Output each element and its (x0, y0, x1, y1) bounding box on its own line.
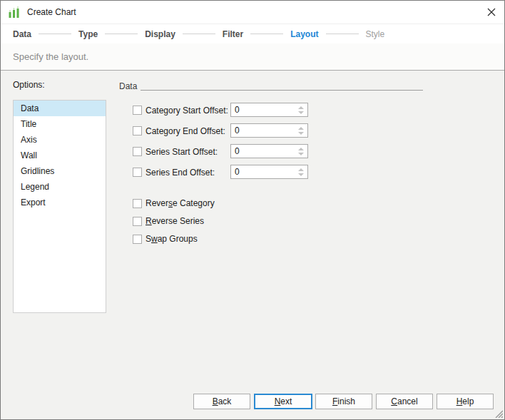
close-button[interactable] (484, 5, 499, 19)
step-layout[interactable]: Layout (290, 29, 318, 39)
reverse-category-checkbox[interactable] (133, 199, 142, 208)
option-item-legend[interactable]: Legend (14, 179, 106, 195)
category-start-offset-label[interactable]: Category Start Offset: (146, 106, 228, 116)
step-data[interactable]: Data (13, 29, 31, 39)
series-start-offset-row: Series Start Offset: (133, 144, 308, 158)
category-start-offset-spinner (230, 103, 308, 117)
series-end-offset-row: Series End Offset: (133, 165, 308, 179)
spin-down-icon[interactable] (298, 132, 304, 135)
reverse-series-label[interactable]: Reverse Series (146, 216, 204, 226)
group-title: Data (119, 81, 137, 91)
series-start-offset-checkbox[interactable] (133, 147, 142, 156)
help-button[interactable]: Help (437, 394, 494, 409)
series-end-offset-spinner (230, 165, 308, 179)
finish-button[interactable]: Finish (315, 394, 372, 409)
cancel-button[interactable]: Cancel (376, 394, 433, 409)
option-item-data[interactable]: Data (14, 101, 106, 116)
spinner-buttons (296, 145, 306, 157)
step-connector (326, 34, 359, 34)
spin-down-icon[interactable] (298, 153, 304, 155)
series-start-offset-spinner (230, 144, 308, 158)
option-item-gridlines[interactable]: Gridlines (14, 163, 106, 179)
reverse-series-checkbox[interactable] (133, 217, 142, 226)
category-end-offset-spinner (230, 123, 308, 138)
spin-down-icon[interactable] (298, 173, 304, 176)
title-bar: Create Chart (1, 1, 504, 24)
step-type[interactable]: Type (78, 29, 98, 39)
wizard-stepper: Data Type Display Filter Layout Style (13, 24, 384, 43)
option-item-wall[interactable]: Wall (14, 148, 106, 163)
spinner-buttons (296, 125, 306, 136)
spinner-buttons (296, 166, 306, 178)
series-end-offset-label[interactable]: Series End Offset: (146, 168, 215, 178)
series-start-offset-input[interactable] (231, 145, 295, 158)
category-end-offset-row: Category End Offset: (133, 123, 308, 138)
options-list: Data Title Axis Wall Gridlines Legend Ex… (13, 100, 106, 313)
spin-up-icon[interactable] (298, 148, 304, 150)
subtitle-band: Specify the layout. (1, 43, 504, 71)
category-start-offset-checkbox[interactable] (133, 106, 142, 115)
swap-groups-label[interactable]: Swap Groups (146, 234, 198, 244)
series-start-offset-label[interactable]: Series Start Offset: (146, 147, 218, 157)
spinner-buttons (296, 104, 306, 116)
step-filter[interactable]: Filter (223, 29, 243, 39)
options-label: Options: (13, 80, 45, 90)
wizard-subtitle: Specify the layout. (13, 51, 88, 62)
spin-up-icon[interactable] (298, 168, 304, 171)
option-item-title[interactable]: Title (14, 116, 106, 132)
series-end-offset-input[interactable] (231, 165, 295, 178)
category-end-offset-input[interactable] (231, 124, 295, 137)
option-item-export[interactable]: Export (14, 195, 106, 210)
category-start-offset-row: Category Start Offset: (133, 103, 308, 117)
option-item-axis[interactable]: Axis (14, 132, 106, 148)
create-chart-dialog: Create Chart Data Type Display Filter La… (0, 0, 505, 420)
series-end-offset-checkbox[interactable] (133, 168, 142, 177)
swap-groups-checkbox[interactable] (133, 235, 142, 244)
next-button[interactable]: Next (254, 394, 312, 409)
back-button[interactable]: Back (193, 394, 250, 409)
reverse-series-row: Reverse Series (133, 216, 204, 226)
category-start-offset-input[interactable] (231, 103, 295, 116)
category-end-offset-label[interactable]: Category End Offset: (146, 126, 225, 136)
spin-up-icon[interactable] (298, 127, 304, 130)
spin-up-icon[interactable] (298, 106, 304, 109)
swap-groups-row: Swap Groups (133, 234, 198, 244)
group-divider (141, 90, 423, 91)
category-end-offset-checkbox[interactable] (133, 126, 142, 135)
step-connector (39, 34, 71, 34)
step-connector (183, 34, 215, 34)
reverse-category-label[interactable]: Reverse Category (146, 198, 215, 208)
resize-grip-icon[interactable] (494, 409, 503, 418)
spin-down-icon[interactable] (298, 111, 304, 114)
step-connector (105, 34, 138, 34)
close-icon (487, 8, 496, 16)
step-style[interactable]: Style (366, 29, 385, 39)
candlestick-chart-icon (8, 6, 21, 19)
reverse-category-row: Reverse Category (133, 198, 215, 208)
step-display[interactable]: Display (145, 29, 175, 39)
window-title: Create Chart (27, 7, 76, 17)
step-connector (250, 34, 283, 34)
